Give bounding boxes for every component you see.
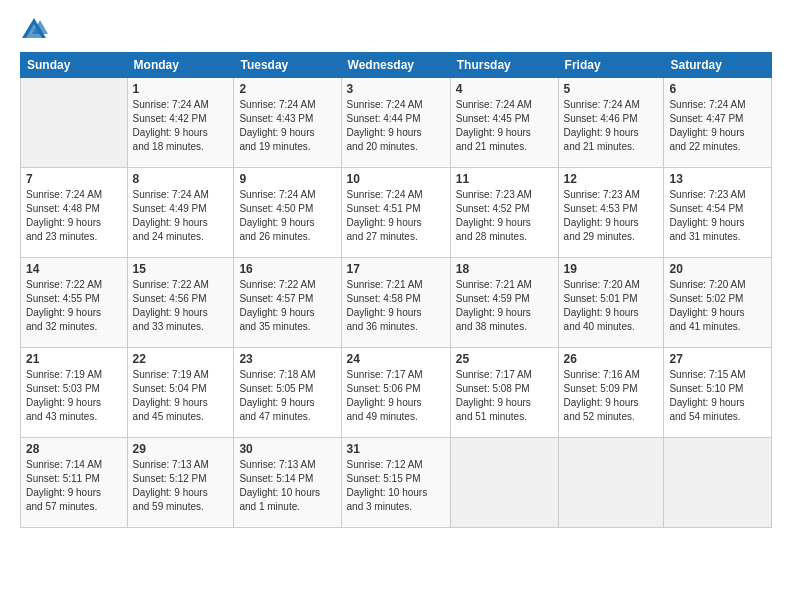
day-cell: 12Sunrise: 7:23 AM Sunset: 4:53 PM Dayli… <box>558 168 664 258</box>
day-info: Sunrise: 7:15 AM Sunset: 5:10 PM Dayligh… <box>669 368 766 424</box>
day-cell: 3Sunrise: 7:24 AM Sunset: 4:44 PM Daylig… <box>341 78 450 168</box>
day-number: 27 <box>669 352 766 366</box>
day-number: 31 <box>347 442 445 456</box>
day-info: Sunrise: 7:17 AM Sunset: 5:08 PM Dayligh… <box>456 368 553 424</box>
day-number: 15 <box>133 262 229 276</box>
day-number: 30 <box>239 442 335 456</box>
day-info: Sunrise: 7:12 AM Sunset: 5:15 PM Dayligh… <box>347 458 445 514</box>
day-info: Sunrise: 7:23 AM Sunset: 4:52 PM Dayligh… <box>456 188 553 244</box>
day-cell: 24Sunrise: 7:17 AM Sunset: 5:06 PM Dayli… <box>341 348 450 438</box>
header <box>20 16 772 44</box>
day-number: 22 <box>133 352 229 366</box>
day-info: Sunrise: 7:24 AM Sunset: 4:50 PM Dayligh… <box>239 188 335 244</box>
day-number: 24 <box>347 352 445 366</box>
day-cell <box>21 78 128 168</box>
day-number: 9 <box>239 172 335 186</box>
day-info: Sunrise: 7:24 AM Sunset: 4:42 PM Dayligh… <box>133 98 229 154</box>
day-cell: 23Sunrise: 7:18 AM Sunset: 5:05 PM Dayli… <box>234 348 341 438</box>
day-info: Sunrise: 7:20 AM Sunset: 5:02 PM Dayligh… <box>669 278 766 334</box>
day-number: 7 <box>26 172 122 186</box>
day-cell: 21Sunrise: 7:19 AM Sunset: 5:03 PM Dayli… <box>21 348 128 438</box>
day-number: 5 <box>564 82 659 96</box>
day-info: Sunrise: 7:19 AM Sunset: 5:04 PM Dayligh… <box>133 368 229 424</box>
day-cell: 2Sunrise: 7:24 AM Sunset: 4:43 PM Daylig… <box>234 78 341 168</box>
col-header-thursday: Thursday <box>450 53 558 78</box>
day-number: 23 <box>239 352 335 366</box>
day-cell: 18Sunrise: 7:21 AM Sunset: 4:59 PM Dayli… <box>450 258 558 348</box>
day-info: Sunrise: 7:24 AM Sunset: 4:43 PM Dayligh… <box>239 98 335 154</box>
day-number: 4 <box>456 82 553 96</box>
day-cell <box>450 438 558 528</box>
day-cell: 28Sunrise: 7:14 AM Sunset: 5:11 PM Dayli… <box>21 438 128 528</box>
day-cell: 6Sunrise: 7:24 AM Sunset: 4:47 PM Daylig… <box>664 78 772 168</box>
day-cell: 1Sunrise: 7:24 AM Sunset: 4:42 PM Daylig… <box>127 78 234 168</box>
day-info: Sunrise: 7:24 AM Sunset: 4:45 PM Dayligh… <box>456 98 553 154</box>
day-info: Sunrise: 7:22 AM Sunset: 4:56 PM Dayligh… <box>133 278 229 334</box>
day-info: Sunrise: 7:24 AM Sunset: 4:47 PM Dayligh… <box>669 98 766 154</box>
day-info: Sunrise: 7:24 AM Sunset: 4:49 PM Dayligh… <box>133 188 229 244</box>
day-cell: 26Sunrise: 7:16 AM Sunset: 5:09 PM Dayli… <box>558 348 664 438</box>
calendar-body: 1Sunrise: 7:24 AM Sunset: 4:42 PM Daylig… <box>21 78 772 528</box>
day-cell: 14Sunrise: 7:22 AM Sunset: 4:55 PM Dayli… <box>21 258 128 348</box>
week-row-4: 21Sunrise: 7:19 AM Sunset: 5:03 PM Dayli… <box>21 348 772 438</box>
day-cell: 27Sunrise: 7:15 AM Sunset: 5:10 PM Dayli… <box>664 348 772 438</box>
day-cell: 25Sunrise: 7:17 AM Sunset: 5:08 PM Dayli… <box>450 348 558 438</box>
day-number: 17 <box>347 262 445 276</box>
day-number: 12 <box>564 172 659 186</box>
day-info: Sunrise: 7:13 AM Sunset: 5:12 PM Dayligh… <box>133 458 229 514</box>
day-cell: 17Sunrise: 7:21 AM Sunset: 4:58 PM Dayli… <box>341 258 450 348</box>
logo <box>20 16 52 44</box>
day-info: Sunrise: 7:17 AM Sunset: 5:06 PM Dayligh… <box>347 368 445 424</box>
day-info: Sunrise: 7:24 AM Sunset: 4:48 PM Dayligh… <box>26 188 122 244</box>
day-cell: 20Sunrise: 7:20 AM Sunset: 5:02 PM Dayli… <box>664 258 772 348</box>
day-number: 8 <box>133 172 229 186</box>
day-info: Sunrise: 7:21 AM Sunset: 4:58 PM Dayligh… <box>347 278 445 334</box>
day-cell: 29Sunrise: 7:13 AM Sunset: 5:12 PM Dayli… <box>127 438 234 528</box>
day-cell: 13Sunrise: 7:23 AM Sunset: 4:54 PM Dayli… <box>664 168 772 258</box>
day-number: 14 <box>26 262 122 276</box>
day-number: 1 <box>133 82 229 96</box>
day-info: Sunrise: 7:23 AM Sunset: 4:54 PM Dayligh… <box>669 188 766 244</box>
day-info: Sunrise: 7:23 AM Sunset: 4:53 PM Dayligh… <box>564 188 659 244</box>
day-number: 3 <box>347 82 445 96</box>
week-row-5: 28Sunrise: 7:14 AM Sunset: 5:11 PM Dayli… <box>21 438 772 528</box>
day-number: 28 <box>26 442 122 456</box>
col-header-tuesday: Tuesday <box>234 53 341 78</box>
day-cell: 5Sunrise: 7:24 AM Sunset: 4:46 PM Daylig… <box>558 78 664 168</box>
day-info: Sunrise: 7:24 AM Sunset: 4:44 PM Dayligh… <box>347 98 445 154</box>
day-number: 19 <box>564 262 659 276</box>
col-header-wednesday: Wednesday <box>341 53 450 78</box>
page: SundayMondayTuesdayWednesdayThursdayFrid… <box>0 0 792 612</box>
day-info: Sunrise: 7:22 AM Sunset: 4:57 PM Dayligh… <box>239 278 335 334</box>
logo-icon <box>20 16 48 44</box>
day-number: 2 <box>239 82 335 96</box>
day-number: 10 <box>347 172 445 186</box>
day-info: Sunrise: 7:22 AM Sunset: 4:55 PM Dayligh… <box>26 278 122 334</box>
calendar-header: SundayMondayTuesdayWednesdayThursdayFrid… <box>21 53 772 78</box>
day-cell <box>558 438 664 528</box>
day-number: 29 <box>133 442 229 456</box>
day-cell: 9Sunrise: 7:24 AM Sunset: 4:50 PM Daylig… <box>234 168 341 258</box>
col-header-saturday: Saturday <box>664 53 772 78</box>
day-number: 18 <box>456 262 553 276</box>
day-info: Sunrise: 7:13 AM Sunset: 5:14 PM Dayligh… <box>239 458 335 514</box>
week-row-3: 14Sunrise: 7:22 AM Sunset: 4:55 PM Dayli… <box>21 258 772 348</box>
day-cell: 4Sunrise: 7:24 AM Sunset: 4:45 PM Daylig… <box>450 78 558 168</box>
day-info: Sunrise: 7:16 AM Sunset: 5:09 PM Dayligh… <box>564 368 659 424</box>
day-number: 21 <box>26 352 122 366</box>
day-info: Sunrise: 7:24 AM Sunset: 4:46 PM Dayligh… <box>564 98 659 154</box>
day-info: Sunrise: 7:20 AM Sunset: 5:01 PM Dayligh… <box>564 278 659 334</box>
day-number: 26 <box>564 352 659 366</box>
col-header-monday: Monday <box>127 53 234 78</box>
day-number: 25 <box>456 352 553 366</box>
day-cell: 31Sunrise: 7:12 AM Sunset: 5:15 PM Dayli… <box>341 438 450 528</box>
day-cell: 22Sunrise: 7:19 AM Sunset: 5:04 PM Dayli… <box>127 348 234 438</box>
day-number: 11 <box>456 172 553 186</box>
day-number: 6 <box>669 82 766 96</box>
day-info: Sunrise: 7:21 AM Sunset: 4:59 PM Dayligh… <box>456 278 553 334</box>
day-cell: 11Sunrise: 7:23 AM Sunset: 4:52 PM Dayli… <box>450 168 558 258</box>
day-info: Sunrise: 7:24 AM Sunset: 4:51 PM Dayligh… <box>347 188 445 244</box>
day-cell: 15Sunrise: 7:22 AM Sunset: 4:56 PM Dayli… <box>127 258 234 348</box>
col-header-friday: Friday <box>558 53 664 78</box>
day-number: 16 <box>239 262 335 276</box>
